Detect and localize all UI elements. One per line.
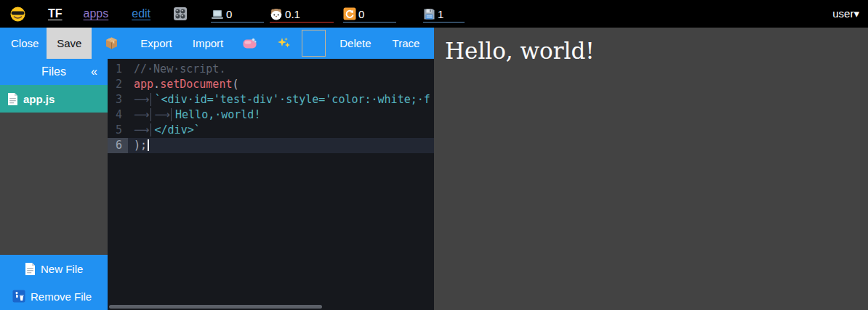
import-button[interactable]: Import <box>193 37 224 49</box>
token-punct: . <box>153 78 160 91</box>
code-line[interactable]: 2app.setDocument( <box>108 77 434 92</box>
token-punct: ); <box>134 139 147 152</box>
close-button[interactable]: Close <box>11 37 39 49</box>
code-text: ⟶⟶Hello,·world! <box>134 107 260 123</box>
code-text: ⟶`<div·id='test-div'·style='color:·white… <box>134 92 430 107</box>
document-icon <box>7 92 18 106</box>
editor-toolbar: Close Save Export Import <box>0 28 434 59</box>
line-number: 2 <box>108 77 128 92</box>
tab-whitespace-marker: ⟶ <box>155 108 172 121</box>
token-comment: //·New·script. <box>134 62 225 76</box>
hamster-stat-value: 0.1 <box>285 8 300 20</box>
trace-button[interactable]: Trace <box>393 37 420 49</box>
code-line[interactable]: 3⟶`<div·id='test-div'·style='color:·whit… <box>108 92 434 107</box>
line-number: 6 <box>108 138 128 153</box>
laptop-icon <box>211 9 224 20</box>
top-menu-bar: TF apps edit 0 <box>0 0 868 28</box>
line-number: 5 <box>108 123 128 138</box>
empty-toolbar-box[interactable] <box>302 30 326 57</box>
code-editor[interactable]: 1//·New·script.2app.setDocument(3⟶`<div·… <box>108 59 434 310</box>
editor-rows: 1//·New·script.2app.setDocument(3⟶`<div·… <box>108 59 434 153</box>
soap-icon <box>243 38 257 49</box>
refresh-icon <box>343 7 356 20</box>
token-name: setDocument <box>160 78 232 91</box>
package-button[interactable] <box>105 36 118 50</box>
litter-bin-icon <box>12 290 25 303</box>
floppy-icon <box>423 8 435 20</box>
hamster-icon <box>270 8 283 20</box>
control-knobs-icon[interactable] <box>172 6 188 22</box>
tab-whitespace-marker: ⟶ <box>134 93 151 106</box>
files-panel-title: Files <box>41 65 66 78</box>
code-text: ); <box>134 138 149 153</box>
code-text: app.setDocument( <box>134 77 239 92</box>
files-sidebar: Files « app.js <box>0 59 108 310</box>
line-number: 4 <box>108 107 128 123</box>
user-menu[interactable]: user▾ <box>832 7 859 20</box>
package-icon <box>105 36 118 50</box>
save-button[interactable]: Save <box>47 28 92 59</box>
hamster-stat-field[interactable]: 0.1 <box>270 5 334 23</box>
new-file-button[interactable]: New File <box>0 255 108 282</box>
collapse-sidebar-icon[interactable]: « <box>91 65 97 78</box>
line-number: 1 <box>108 62 128 77</box>
tab-whitespace-marker: ⟶ <box>134 108 151 121</box>
apps-link[interactable]: apps <box>84 7 109 20</box>
delete-button[interactable]: Delete <box>339 37 371 49</box>
new-file-icon <box>25 262 36 276</box>
code-text: //·New·script. <box>134 62 225 77</box>
file-item-label: app.js <box>23 93 55 105</box>
code-text: ⟶</div>` <box>134 123 201 138</box>
file-item-appjs[interactable]: app.js <box>0 85 108 113</box>
horizontal-scrollbar[interactable] <box>109 305 322 309</box>
sunglasses-face-icon[interactable] <box>10 7 25 22</box>
code-line[interactable]: 5⟶</div>` <box>108 123 434 138</box>
files-panel-header: Files « <box>0 59 108 85</box>
export-button[interactable]: Export <box>140 37 172 49</box>
remove-file-label: Remove File <box>31 290 92 303</box>
token-string: `<div·id='test-div'·style='color:·white;… <box>155 93 430 106</box>
refresh-stat-value: 0 <box>358 8 364 20</box>
code-line[interactable]: 4⟶⟶Hello,·world! <box>108 107 434 123</box>
remove-file-button[interactable]: Remove File <box>0 282 108 310</box>
new-file-label: New File <box>41 263 83 275</box>
brand-link-tf[interactable]: TF <box>48 7 63 20</box>
line-number: 3 <box>108 92 128 107</box>
code-line[interactable]: 6); <box>108 138 434 153</box>
token-punct: ( <box>232 78 238 91</box>
edit-link[interactable]: edit <box>132 7 150 20</box>
user-menu-label: user <box>832 7 853 20</box>
app-window: TF apps edit 0 <box>0 0 868 310</box>
caret-down-icon: ▾ <box>853 7 859 20</box>
soap-button[interactable] <box>243 38 257 49</box>
token-string: </div>` <box>155 123 201 136</box>
text-cursor <box>148 139 149 151</box>
laptop-stat-field[interactable]: 0 <box>211 5 264 23</box>
preview-pane: Hello, world! <box>434 28 868 310</box>
refresh-stat-field[interactable]: 0 <box>343 5 396 23</box>
laptop-stat-value: 0 <box>226 8 232 20</box>
sparkles-icon <box>277 36 291 50</box>
token-string: Hello,·world! <box>175 108 260 121</box>
file-list-empty-area <box>0 113 108 255</box>
floppy-stat-field[interactable]: 1 <box>423 5 465 23</box>
tab-whitespace-marker: ⟶ <box>134 123 151 136</box>
preview-heading: Hello, world! <box>434 28 868 64</box>
code-line[interactable]: 1//·New·script. <box>108 62 434 77</box>
floppy-stat-value: 1 <box>438 8 443 20</box>
sparkles-button[interactable] <box>277 36 291 50</box>
token-name: app <box>134 78 153 91</box>
